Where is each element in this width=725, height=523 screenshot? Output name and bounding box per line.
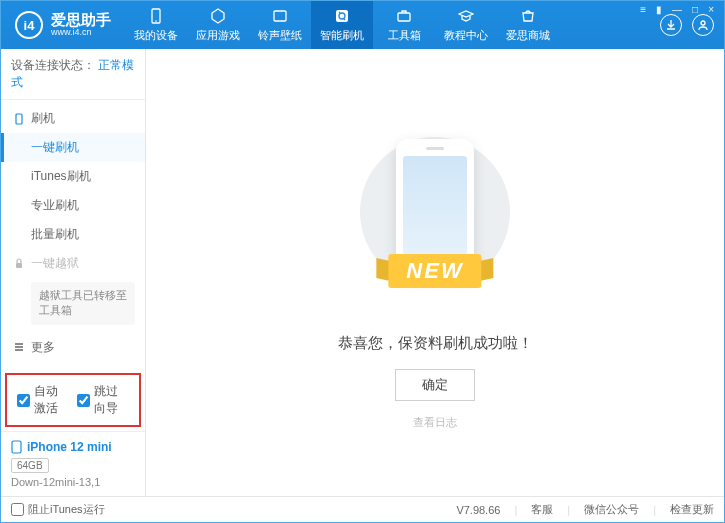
close-button[interactable]: × [705,4,717,15]
device-firmware: Down-12mini-13,1 [11,476,135,488]
auto-activate-input[interactable] [17,394,30,407]
account-button[interactable] [692,14,714,36]
check-update-link[interactable]: 检查更新 [670,502,714,517]
svg-rect-7 [16,263,22,268]
statusbar: 阻止iTunes运行 V7.98.66 | 客服 | 微信公众号 | 检查更新 [1,496,724,522]
minimize-button[interactable]: — [669,4,685,15]
device-icon [11,440,22,454]
sidebar-list: 刷机 一键刷机 iTunes刷机 专业刷机 批量刷机 一键越狱 越狱工具已转移至… [1,100,145,369]
group-label: 更多 [31,339,55,356]
sidebar: 设备连接状态： 正常模式 刷机 一键刷机 iTunes刷机 专业刷机 批量刷机 … [1,49,146,496]
checkbox-auto-activate[interactable]: 自动激活 [17,383,69,417]
app-window: ≡ ▮ — □ × i4 爱思助手 www.i4.cn 我的设备 应用游戏 [0,0,725,523]
sidebar-item-batch-flash[interactable]: 批量刷机 [1,220,145,249]
flash-icon [333,7,351,25]
skip-guide-input[interactable] [77,394,90,407]
svg-rect-6 [16,114,22,124]
checkbox-label: 跳过向导 [94,383,129,417]
service-link[interactable]: 客服 [531,502,553,517]
logo: i4 爱思助手 www.i4.cn [1,11,125,39]
nav-label: 铃声壁纸 [258,28,302,43]
download-button[interactable] [660,14,682,36]
view-log-link[interactable]: 查看日志 [413,415,457,430]
skin-icon[interactable]: ▮ [653,4,665,15]
device-panel: iPhone 12 mini 64GB Down-12mini-13,1 [1,431,145,496]
success-illustration: NEW [365,126,505,306]
group-more[interactable]: 更多 [1,333,145,362]
new-ribbon: NEW [388,254,481,288]
block-itunes-checkbox[interactable]: 阻止iTunes运行 [11,502,105,517]
sidebar-item-other-tools[interactable]: 其他工具 [1,362,145,369]
titlebar: ≡ ▮ — □ × i4 爱思助手 www.i4.cn 我的设备 应用游戏 [1,1,724,49]
device-capacity: 64GB [11,458,49,473]
svg-rect-2 [274,11,286,21]
nav-ringtones[interactable]: 铃声壁纸 [249,1,311,49]
logo-icon: i4 [15,11,43,39]
jailbreak-note: 越狱工具已转移至工具箱 [31,282,135,325]
nav-flash[interactable]: 智能刷机 [311,1,373,49]
nav-label: 应用游戏 [196,28,240,43]
connection-status: 设备连接状态： 正常模式 [1,49,145,100]
wechat-link[interactable]: 微信公众号 [584,502,639,517]
nav-my-device[interactable]: 我的设备 [125,1,187,49]
svg-point-5 [701,21,705,25]
maximize-button[interactable]: □ [689,4,701,15]
titlebar-right [660,14,724,36]
main-content: NEW 恭喜您，保资料刷机成功啦！ 确定 查看日志 [146,49,724,496]
svg-rect-4 [398,13,410,21]
phone-icon [147,7,165,25]
app-url: www.i4.cn [51,28,111,38]
grad-icon [457,7,475,25]
app-name: 爱思助手 [51,12,111,29]
nav-label: 爱思商城 [506,28,550,43]
checkbox-highlight: 自动激活 跳过向导 [5,373,141,427]
svg-point-1 [155,20,157,22]
toolbox-icon [395,7,413,25]
success-message: 恭喜您，保资料刷机成功啦！ [338,334,533,353]
sidebar-item-oneclick-flash[interactable]: 一键刷机 [1,133,145,162]
nav-store[interactable]: 爱思商城 [497,1,559,49]
nav-label: 教程中心 [444,28,488,43]
window-controls: ≡ ▮ — □ × [637,4,717,15]
block-itunes-label: 阻止iTunes运行 [28,502,105,517]
ribbon-text: NEW [388,254,481,288]
lock-icon [13,258,25,270]
nav-label: 智能刷机 [320,28,364,43]
device-name[interactable]: iPhone 12 mini [11,440,135,454]
store-icon [519,7,537,25]
ok-button[interactable]: 确定 [395,369,475,401]
sidebar-item-itunes-flash[interactable]: iTunes刷机 [1,162,145,191]
svg-rect-8 [12,441,21,453]
svg-rect-3 [336,10,348,22]
nav-toolbox[interactable]: 工具箱 [373,1,435,49]
apps-icon [209,7,227,25]
body: 设备连接状态： 正常模式 刷机 一键刷机 iTunes刷机 专业刷机 批量刷机 … [1,49,724,496]
checkbox-skip-guide[interactable]: 跳过向导 [77,383,129,417]
menu-lines-icon [13,341,25,353]
nav-tutorials[interactable]: 教程中心 [435,1,497,49]
group-jailbreak[interactable]: 一键越狱 [1,249,145,278]
nav-label: 我的设备 [134,28,178,43]
menu-icon[interactable]: ≡ [637,4,649,15]
group-label: 刷机 [31,110,55,127]
block-itunes-input[interactable] [11,503,24,516]
media-icon [271,7,289,25]
connection-label: 设备连接状态： [11,58,95,72]
group-flash[interactable]: 刷机 [1,104,145,133]
checkbox-label: 自动激活 [34,383,69,417]
sidebar-item-pro-flash[interactable]: 专业刷机 [1,191,145,220]
nav-apps-games[interactable]: 应用游戏 [187,1,249,49]
phone-small-icon [13,113,25,125]
group-label: 一键越狱 [31,255,79,272]
nav-label: 工具箱 [388,28,421,43]
version-text: V7.98.66 [456,504,500,516]
top-nav: 我的设备 应用游戏 铃声壁纸 智能刷机 工具箱 教程中心 [125,1,559,49]
